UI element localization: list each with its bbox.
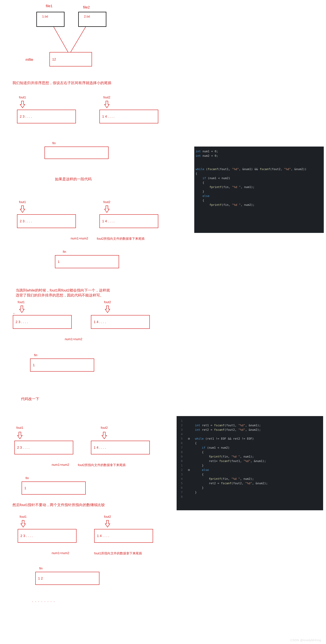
step1-fout2-label: fout2: [103, 96, 110, 99]
file1-box: 1.txt: [36, 12, 64, 27]
step4-comp: num1>num2: [52, 463, 69, 466]
step5-note: fout1所指向文件的数据拿下来尾插: [94, 551, 142, 556]
explain-text-3b: 违背了我们的归并排序的思想，因此代码不能这样写。: [16, 293, 104, 298]
step3-fout1-box: 2 3 . . . .: [13, 315, 72, 329]
step2-fout1-box: 2 3 . . . .: [17, 214, 76, 228]
step2-fout1-label: fout1: [19, 200, 26, 204]
step4-fout2-box: 1 4 . . . .: [91, 441, 150, 454]
step2-fout1-text: 2 3 . . . .: [20, 219, 32, 223]
code-block-1: int num1 = 0; int num2 = 0; while (fscan…: [194, 146, 324, 233]
svg-line-0: [54, 27, 68, 52]
step4-fout2-label: fout2: [101, 426, 108, 430]
step4-fin-box: 1: [22, 482, 86, 494]
explain-text-1: 我们知道归并排序思想，假设左右子区间有序就选择小的尾插: [12, 80, 111, 86]
step5-fin-label: fin: [39, 566, 42, 570]
arrow-icon: [105, 306, 110, 313]
step3-comp: num1>num2: [65, 337, 82, 341]
step3-fout2-label: fout2: [104, 300, 111, 304]
step1-fin-box: [44, 146, 108, 159]
arrow-icon: [17, 432, 23, 439]
explain-text-3a: 当跳到while的时候，fout1和fout2都会指向下一个，这样就: [16, 288, 110, 293]
file2-box: 2.txt: [78, 12, 106, 27]
step1-fout1-box: 2 3 . . . .: [17, 110, 76, 124]
step1-fout2-box: 1 4 . . . .: [100, 110, 158, 124]
step2-fin-label: fin: [63, 250, 66, 254]
arrow-icon: [19, 306, 25, 313]
step5-comp: num1<num2: [52, 551, 69, 555]
step4-note: fout2所指向文件的数据拿下来尾插: [78, 463, 126, 467]
step3-fin-box: 1: [30, 358, 94, 372]
step1-fout2-text: 1 4 . . . .: [102, 114, 114, 118]
arrow-icon: [102, 432, 107, 439]
file2-label: file2: [83, 5, 90, 10]
step2-comp: num1>num2: [71, 236, 88, 240]
step5-fin-box: 1 2: [35, 572, 100, 585]
step1-fout1-text: 2 3 . . . .: [20, 114, 32, 118]
arrow-icon: [20, 101, 26, 108]
step3-fout2-text: 1 4 . . . .: [94, 320, 106, 324]
step3-fout1-text: 2 3 . . . .: [16, 320, 28, 324]
step2-fin-box: 1: [55, 255, 119, 268]
step1-fin-label: fin: [52, 141, 56, 145]
arrow-icon: [105, 520, 110, 528]
step3-fin-label: fin: [34, 353, 37, 357]
merge-box-text: 12: [52, 57, 56, 61]
step5-fout2-text: 1 4 . . . .: [97, 534, 109, 538]
file2-box-text: 2.txt: [84, 15, 90, 18]
step5-fin-text: 1 2: [38, 576, 43, 580]
step2-fin-text: 1: [58, 260, 60, 264]
arrow-icon: [104, 101, 110, 108]
step4-fin-text: 1: [24, 486, 26, 490]
file1-box-text: 1.txt: [42, 15, 48, 18]
step5-fout1-label: fout1: [20, 515, 26, 518]
step4-fin-label: fin: [26, 476, 29, 480]
step3-cursor-mark: ^: [13, 312, 14, 315]
step3-fout2-box: 1 4 . . . .: [91, 315, 150, 329]
watermark: CSDN @lovelyMrKing: [290, 638, 321, 642]
arrow-icon: [20, 520, 26, 528]
step4-fout1-box: 2 3 . . . .: [14, 441, 73, 454]
code-block-2: 1 2 int ret1 = fscanf(fout1, "%d", &num1…: [176, 416, 323, 510]
continuation-dots: . . . . . . . .: [32, 598, 55, 603]
step2-fout2-label: fout2: [103, 200, 110, 204]
explain-text-5: 然后fout1指针不要动，两个文件指针所指向的数继续比较: [12, 502, 105, 508]
mfile-label: mfile: [26, 58, 33, 62]
step1-fout1-label: fout1: [19, 96, 26, 99]
svg-line-1: [71, 27, 86, 52]
step5-fout1-box: 2 3 . . . .: [18, 529, 76, 543]
step2-fout2-text: 1 4 . . . .: [102, 219, 114, 223]
step5-fout2-box: 1 4 . . . .: [94, 529, 153, 543]
step5-fout1-text: 2 3 . . . .: [20, 534, 33, 538]
merge-box: 12: [50, 52, 92, 66]
file1-label: file1: [46, 4, 52, 8]
step4-fout1-label: fout1: [16, 426, 23, 430]
arrow-icon: [20, 206, 26, 213]
step2-note: fout2所指向文件的数据拿下来尾插: [97, 236, 144, 241]
explain-text-2: 如果是这样的一段代码: [55, 177, 92, 182]
arrow-icon: [104, 206, 110, 213]
step4-fout1-text: 2 3 . . . .: [17, 446, 30, 450]
step2-fout2-box: 1 4 . . . .: [100, 214, 158, 228]
step4-fout2-text: 1 4 . . . .: [94, 446, 106, 450]
step3-fout1-label: fout1: [18, 300, 24, 304]
explain-text-4: 代码改一下: [21, 396, 39, 402]
step3-fin-text: 1: [33, 363, 35, 367]
step5-fout2-label: fout2: [104, 515, 111, 518]
